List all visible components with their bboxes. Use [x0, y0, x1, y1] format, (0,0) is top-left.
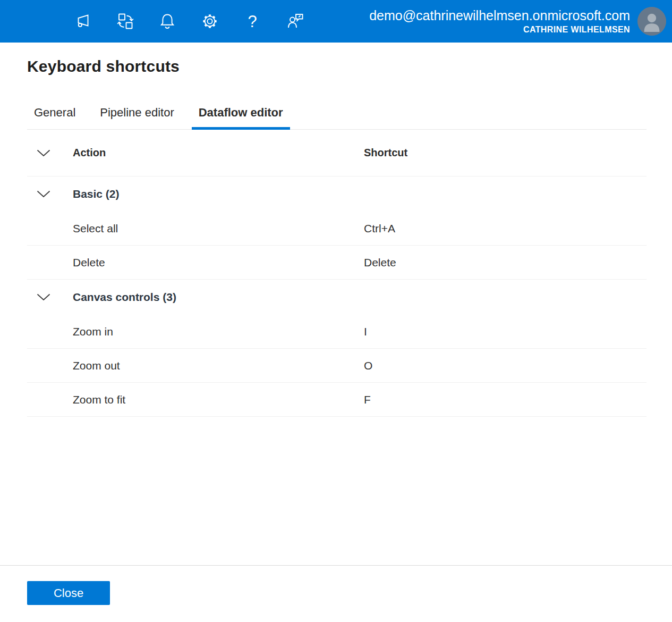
group-row-canvas-controls: Canvas controls (3): [27, 280, 647, 315]
page-title: Keyboard shortcuts: [27, 57, 647, 75]
user-name: CATHRINE WILHELMSEN: [369, 24, 630, 35]
shortcut-cell: Ctrl+A: [364, 222, 647, 235]
chevron-down-icon[interactable]: [35, 291, 53, 303]
help-glyph: ?: [248, 13, 257, 30]
action-cell: Select all: [73, 222, 364, 235]
keyboard-shortcuts-panel: Keyboard shortcuts General Pipeline edit…: [0, 43, 672, 565]
close-button[interactable]: Close: [27, 581, 110, 605]
shortcut-cell: Delete: [364, 256, 647, 269]
chevron-down-icon[interactable]: [35, 147, 53, 159]
tab-bar: General Pipeline editor Dataflow editor: [27, 106, 647, 130]
action-cell: Zoom out: [73, 359, 364, 372]
megaphone-icon[interactable]: [73, 12, 92, 31]
help-icon[interactable]: ?: [243, 12, 262, 31]
tab-general[interactable]: General: [27, 106, 82, 129]
topbar: ? demo@cathrinewilhelmsen.onmicrosoft.co…: [0, 0, 672, 43]
action-cell: Zoom to fit: [73, 393, 364, 406]
group-row-basic: Basic (2): [27, 176, 647, 212]
action-cell: Delete: [73, 256, 364, 269]
column-header-shortcut: Shortcut: [364, 147, 647, 159]
table-row: Zoom out O: [27, 349, 647, 383]
tab-dataflow-editor[interactable]: Dataflow editor: [192, 106, 290, 129]
switch-environment-icon[interactable]: [115, 12, 134, 31]
table-row: Delete Delete: [27, 246, 647, 280]
column-header-action: Action: [73, 147, 364, 159]
topbar-icons: ?: [73, 12, 304, 31]
table-row: Zoom to fit F: [27, 383, 647, 417]
shortcut-cell: F: [364, 393, 647, 406]
user-email: demo@cathrinewilhelmsen.onmicrosoft.com: [369, 7, 630, 24]
group-label: Canvas controls (3): [73, 291, 364, 304]
settings-gear-icon[interactable]: [200, 12, 219, 31]
table-header-row: Action Shortcut: [27, 130, 647, 176]
shortcut-cell: I: [364, 325, 647, 338]
action-cell: Zoom in: [73, 325, 364, 338]
table-row: Select all Ctrl+A: [27, 212, 647, 246]
account-info: demo@cathrinewilhelmsen.onmicrosoft.com …: [369, 7, 630, 35]
shortcuts-table: Action Shortcut Basic (2) Select all Ctr…: [27, 130, 647, 417]
shortcut-cell: O: [364, 359, 647, 372]
notifications-bell-icon[interactable]: [158, 12, 177, 31]
panel-footer: Close: [0, 565, 672, 622]
group-label: Basic (2): [73, 188, 364, 200]
avatar[interactable]: [637, 7, 666, 36]
chevron-down-icon[interactable]: [35, 188, 53, 200]
feedback-icon[interactable]: [285, 12, 304, 31]
tab-pipeline-editor[interactable]: Pipeline editor: [93, 106, 181, 129]
table-row: Zoom in I: [27, 315, 647, 349]
